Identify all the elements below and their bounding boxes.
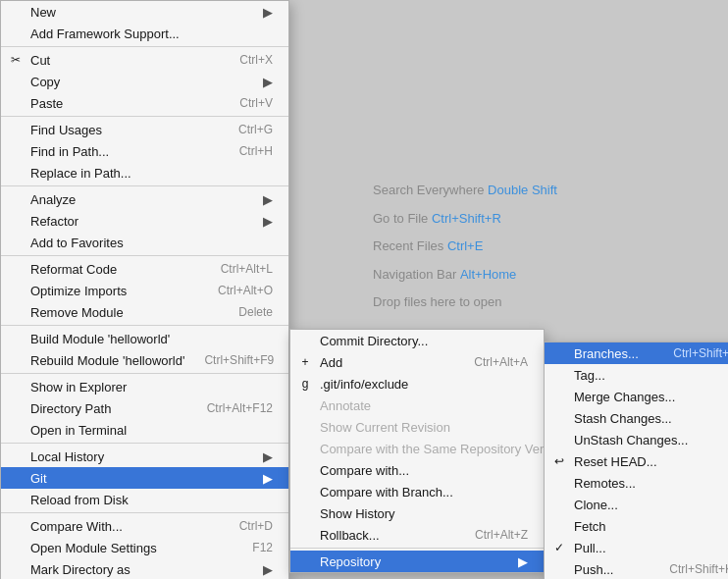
label-new: New (30, 5, 257, 20)
menu-item-open-in-terminal[interactable]: Open in Terminal (1, 419, 288, 441)
repo-item-branches[interactable]: Branches...Ctrl+Shift+` (545, 342, 728, 364)
git-item-repository[interactable]: Repository▶ (290, 551, 544, 572)
search-everywhere-hint: Search Everywhere Double Shift (373, 177, 557, 205)
navigation-bar-hint: Navigation Bar Alt+Home (373, 261, 557, 290)
separator-after-open-in-terminal (1, 443, 288, 444)
arrow-refactor: ▶ (263, 214, 273, 229)
git-item-gitinfo-exclude[interactable]: g.git/info/exclude (290, 373, 544, 395)
separator-after-paste (1, 116, 288, 117)
repo-icon-reset-head: ↩ (550, 452, 568, 470)
menu-item-reload-from-disk[interactable]: Reload from Disk (1, 489, 288, 510)
git-label-commit-dir: Commit Directory... (320, 334, 528, 348)
shortcut-open-module-settings: F12 (252, 541, 273, 554)
menu-item-mark-directory[interactable]: Mark Directory as▶ (1, 558, 288, 579)
repo-item-merge-changes[interactable]: Merge Changes... (545, 386, 728, 407)
repo-item-push[interactable]: Push...Ctrl+Shift+K (545, 558, 728, 579)
repo-label-tag: Tag... (574, 368, 728, 383)
menu-item-rebuild-module[interactable]: Rebuild Module 'helloworld'Ctrl+Shift+F9 (1, 349, 288, 371)
repo-item-pull[interactable]: ✓Pull... (545, 537, 728, 558)
label-open-module-settings: Open Module Settings (30, 541, 233, 555)
git-label-repository: Repository (320, 554, 512, 569)
git-separator-after-rollback (290, 548, 544, 549)
menu-item-directory-path[interactable]: Directory PathCtrl+Alt+F12 (1, 397, 288, 419)
git-label-annotate: Annotate (320, 398, 528, 413)
goto-file-hint: Go to File Ctrl+Shift+R (373, 205, 557, 234)
menu-item-find-usages[interactable]: Find UsagesCtrl+G (1, 119, 288, 140)
menu-item-cut[interactable]: ✂CutCtrl+X (1, 49, 288, 71)
repository-submenu: Branches...Ctrl+Shift+`Tag...Merge Chang… (544, 342, 728, 579)
menu-item-analyze[interactable]: Analyze▶ (1, 188, 288, 210)
label-cut: Cut (30, 53, 220, 68)
repo-item-stash-changes[interactable]: Stash Changes... (545, 407, 728, 429)
menu-item-local-history[interactable]: Local History▶ (1, 446, 288, 467)
menu-item-remove-module[interactable]: Remove ModuleDelete (1, 301, 288, 323)
git-label-show-history: Show History (320, 506, 528, 521)
menu-item-new[interactable]: New▶ (1, 1, 288, 23)
menu-item-copy[interactable]: Copy▶ (1, 71, 288, 92)
git-label-show-current-revision: Show Current Revision (320, 420, 528, 435)
git-item-show-history[interactable]: Show History (290, 502, 544, 524)
arrow-new: ▶ (263, 5, 273, 20)
git-label-compare-with2: Compare with... (320, 463, 528, 478)
git-item-compare-branch[interactable]: Compare with Branch... (290, 481, 544, 502)
repo-label-fetch: Fetch (574, 519, 728, 534)
menu-item-find-in-path[interactable]: Find in Path...Ctrl+H (1, 140, 288, 162)
drop-files-hint: Drop files here to open (373, 289, 557, 317)
git-item-add[interactable]: +AddCtrl+Alt+A (290, 351, 544, 373)
git-item-compare-same-repo: Compare with the Same Repository Version (290, 438, 544, 459)
menu-item-git[interactable]: Git▶ (1, 467, 288, 489)
repo-shortcut-branches: Ctrl+Shift+` (673, 346, 728, 360)
git-submenu: Commit Directory...+AddCtrl+Alt+Ag.git/i… (289, 329, 545, 573)
menu-item-compare-with[interactable]: Compare With...Ctrl+D (1, 515, 288, 537)
git-item-rollback[interactable]: Rollback...Ctrl+Alt+Z (290, 524, 544, 546)
git-item-commit-dir[interactable]: Commit Directory... (290, 330, 544, 351)
shortcut-optimize-imports: Ctrl+Alt+O (218, 284, 273, 297)
git-label-compare-same-repo: Compare with the Same Repository Version (320, 442, 567, 456)
repo-label-unstash-changes: UnStash Changes... (574, 433, 728, 447)
menu-item-replace-in-path[interactable]: Replace in Path... (1, 162, 288, 184)
label-local-history: Local History (30, 449, 257, 464)
repo-item-tag[interactable]: Tag... (545, 364, 728, 386)
menu-item-show-in-explorer[interactable]: Show in Explorer (1, 376, 288, 397)
arrow-mark-directory: ▶ (263, 562, 273, 577)
shortcut-compare-with: Ctrl+D (239, 519, 273, 533)
git-item-compare-with2[interactable]: Compare with... (290, 459, 544, 481)
label-rebuild-module: Rebuild Module 'helloworld' (30, 353, 184, 368)
label-find-in-path: Find in Path... (30, 144, 220, 159)
repo-item-fetch[interactable]: Fetch (545, 515, 728, 537)
menu-item-reformat-code[interactable]: Reformat CodeCtrl+Alt+L (1, 258, 288, 280)
separator-after-remove-module (1, 325, 288, 326)
label-reload-from-disk: Reload from Disk (30, 493, 273, 507)
label-reformat-code: Reformat Code (30, 262, 201, 277)
recent-files-hint: Recent Files Ctrl+E (373, 233, 557, 261)
menu-item-build-module[interactable]: Build Module 'helloworld' (1, 328, 288, 349)
arrow-local-history: ▶ (263, 449, 273, 464)
repo-item-reset-head[interactable]: ↩Reset HEAD... (545, 450, 728, 472)
git-shortcut-add: Ctrl+Alt+A (474, 355, 528, 369)
menu-item-refactor[interactable]: Refactor▶ (1, 210, 288, 232)
repo-item-remotes[interactable]: Remotes... (545, 472, 728, 494)
label-paste: Paste (30, 96, 220, 111)
menu-item-paste[interactable]: PasteCtrl+V (1, 92, 288, 114)
separator-after-reload-from-disk (1, 512, 288, 513)
shortcut-reformat-code: Ctrl+Alt+L (221, 262, 273, 276)
menu-item-add-framework[interactable]: Add Framework Support... (1, 23, 288, 44)
repo-item-unstash-changes[interactable]: UnStash Changes... (545, 429, 728, 450)
repo-label-clone: Clone... (574, 498, 728, 512)
git-icon-add: + (296, 353, 314, 371)
shortcut-paste: Ctrl+V (239, 96, 273, 110)
label-git: Git (30, 471, 257, 486)
separator-after-add-to-favorites (1, 255, 288, 256)
label-mark-directory: Mark Directory as (30, 562, 257, 577)
shortcut-find-in-path: Ctrl+H (239, 144, 273, 158)
git-item-show-current-revision: Show Current Revision (290, 416, 544, 438)
menu-item-add-to-favorites[interactable]: Add to Favorites (1, 232, 288, 253)
menu-item-optimize-imports[interactable]: Optimize ImportsCtrl+Alt+O (1, 280, 288, 301)
repo-label-pull: Pull... (574, 541, 728, 555)
label-replace-in-path: Replace in Path... (30, 166, 273, 181)
label-analyze: Analyze (30, 192, 257, 207)
repo-item-clone[interactable]: Clone... (545, 494, 728, 515)
menu-item-open-module-settings[interactable]: Open Module SettingsF12 (1, 537, 288, 558)
label-compare-with: Compare With... (30, 519, 220, 534)
icon-cut: ✂ (7, 51, 25, 69)
